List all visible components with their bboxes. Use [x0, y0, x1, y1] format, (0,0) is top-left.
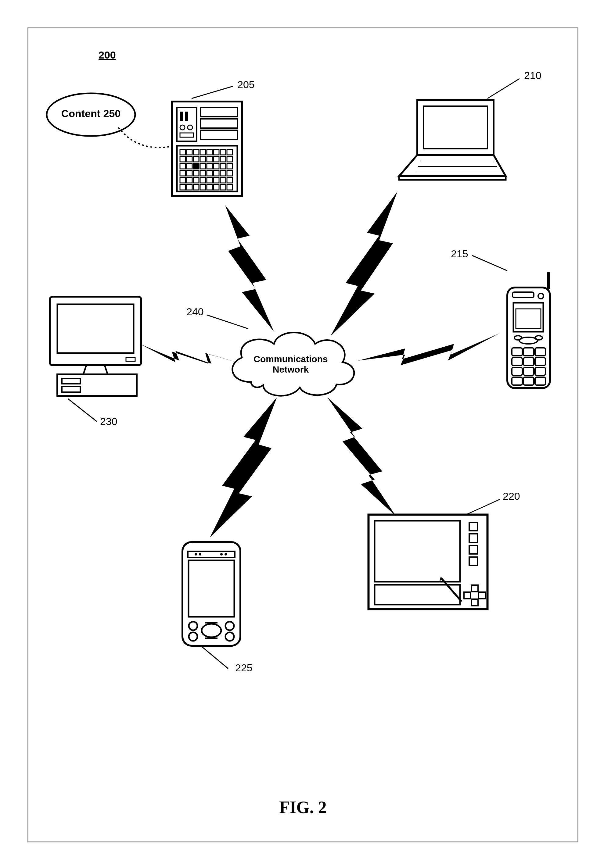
- svg-rect-33: [214, 163, 219, 169]
- svg-rect-94: [469, 557, 478, 566]
- svg-rect-43: [227, 170, 233, 176]
- svg-rect-116: [62, 387, 80, 392]
- desktop-icon: [40, 291, 154, 412]
- svg-rect-26: [220, 157, 226, 162]
- svg-rect-27: [227, 157, 233, 162]
- svg-rect-30: [193, 163, 199, 169]
- svg-rect-34: [220, 163, 226, 169]
- svg-rect-37: [187, 170, 192, 176]
- svg-rect-75: [523, 348, 534, 356]
- svg-marker-120: [327, 397, 396, 516]
- svg-marker-119: [358, 333, 500, 365]
- pda-ref-label: 225: [235, 662, 253, 674]
- desktop-ref-label: 230: [100, 415, 118, 428]
- tablet-ref-label: 220: [503, 490, 520, 502]
- svg-rect-88: [374, 585, 460, 604]
- svg-rect-10: [201, 130, 238, 140]
- svg-rect-83: [512, 377, 522, 385]
- phone-ref-label: 215: [451, 248, 468, 260]
- svg-rect-92: [469, 534, 478, 542]
- bolt-laptop-icon: [318, 190, 413, 339]
- svg-rect-49: [214, 177, 219, 183]
- phone-icon: [494, 269, 561, 394]
- svg-rect-25: [214, 157, 219, 162]
- svg-rect-85: [535, 377, 545, 385]
- svg-rect-56: [207, 184, 212, 190]
- svg-rect-115: [62, 378, 80, 384]
- svg-rect-96: [471, 599, 478, 606]
- svg-rect-70: [516, 309, 541, 329]
- svg-rect-113: [126, 358, 135, 361]
- tablet-leader-icon: [464, 498, 504, 516]
- bolt-pda-icon: [201, 396, 283, 539]
- svg-rect-22: [193, 157, 199, 162]
- server-icon: [167, 97, 247, 201]
- svg-rect-16: [207, 149, 212, 155]
- tablet-icon: [364, 510, 492, 614]
- svg-point-103: [220, 553, 223, 555]
- svg-rect-29: [187, 163, 192, 169]
- svg-rect-55: [200, 184, 206, 190]
- svg-rect-77: [512, 358, 522, 366]
- svg-rect-8: [201, 108, 238, 117]
- bolt-tablet-icon: [321, 396, 401, 518]
- svg-rect-20: [180, 157, 185, 162]
- content-label: Content 250: [59, 108, 123, 119]
- pda-leader-icon: [199, 644, 233, 672]
- svg-rect-80: [512, 367, 522, 375]
- svg-rect-98: [479, 592, 485, 599]
- svg-rect-57: [214, 184, 219, 190]
- svg-rect-46: [193, 177, 199, 183]
- svg-rect-24: [207, 157, 212, 162]
- svg-point-108: [225, 622, 234, 630]
- svg-rect-61: [399, 176, 506, 180]
- svg-marker-121: [210, 397, 277, 538]
- svg-rect-59: [227, 184, 233, 190]
- svg-rect-3: [180, 112, 183, 121]
- svg-rect-97: [464, 592, 471, 599]
- svg-rect-23: [200, 157, 206, 162]
- svg-rect-105: [188, 560, 234, 617]
- svg-rect-32: [207, 163, 212, 169]
- laptop-ref-label: 210: [524, 70, 542, 81]
- laptop-icon: [393, 97, 509, 185]
- svg-rect-50: [220, 177, 226, 183]
- svg-rect-82: [535, 367, 545, 375]
- svg-rect-35: [227, 163, 233, 169]
- svg-rect-17: [214, 149, 219, 155]
- svg-point-101: [195, 553, 197, 555]
- bolt-phone-icon: [356, 330, 503, 379]
- svg-rect-79: [535, 358, 545, 366]
- svg-rect-93: [469, 546, 478, 554]
- svg-rect-74: [512, 348, 522, 356]
- svg-rect-112: [57, 304, 134, 353]
- svg-rect-12: [180, 149, 185, 155]
- svg-point-106: [202, 624, 221, 637]
- svg-rect-15: [200, 149, 206, 155]
- svg-rect-84: [523, 377, 534, 385]
- cloud-label: Communications Network: [242, 354, 340, 375]
- svg-marker-118: [331, 191, 397, 336]
- svg-rect-78: [523, 358, 534, 366]
- laptop-leader-icon: [486, 77, 526, 102]
- desktop-leader-icon: [65, 397, 102, 425]
- svg-rect-13: [187, 149, 192, 155]
- svg-rect-45: [187, 177, 192, 183]
- svg-point-104: [225, 553, 227, 555]
- bolt-desktop-icon: [138, 339, 245, 379]
- svg-rect-48: [207, 177, 212, 183]
- svg-rect-54: [193, 184, 199, 190]
- svg-rect-28: [180, 163, 185, 169]
- system-ref-label: 200: [99, 49, 116, 61]
- svg-rect-44: [180, 177, 185, 183]
- svg-rect-42: [220, 170, 226, 176]
- svg-rect-58: [220, 184, 226, 190]
- svg-rect-14: [193, 149, 199, 155]
- svg-rect-40: [207, 170, 212, 176]
- svg-marker-117: [225, 205, 274, 332]
- svg-rect-91: [469, 522, 478, 531]
- svg-point-109: [189, 632, 197, 641]
- svg-rect-60: [424, 106, 488, 149]
- svg-rect-9: [201, 119, 238, 128]
- svg-rect-76: [535, 348, 545, 356]
